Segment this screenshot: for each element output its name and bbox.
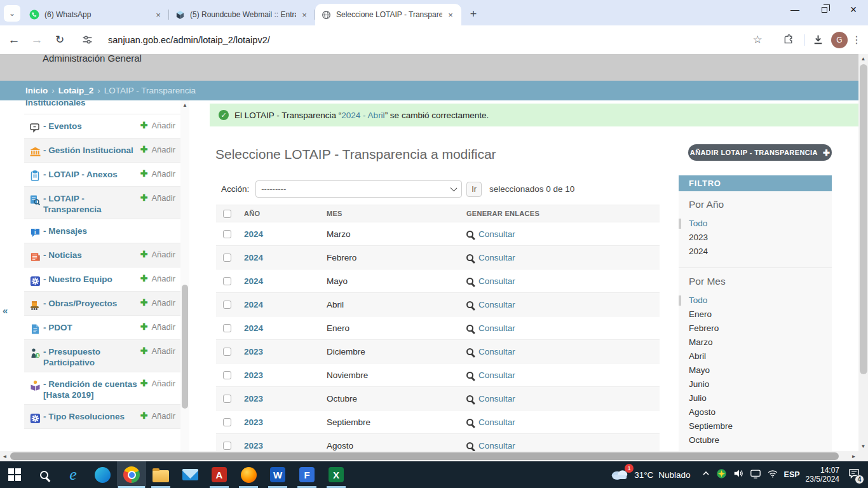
action-select[interactable]: --------- <box>255 180 462 198</box>
consult-link[interactable]: Consultar <box>478 323 515 333</box>
weather-widget[interactable]: 1 31°C Nublado <box>610 467 690 483</box>
reload-button[interactable]: ↻ <box>51 31 69 49</box>
taskbar-mail-button[interactable] <box>175 461 205 488</box>
row-checkbox[interactable] <box>223 348 231 356</box>
consult-link[interactable]: Consultar <box>478 229 515 239</box>
sidebar-scroll-up-icon[interactable]: ▲ <box>180 100 189 109</box>
antivirus-icon[interactable] <box>716 468 727 482</box>
taskbar-file-explorer-button[interactable] <box>146 461 175 488</box>
site-info-icon[interactable] <box>78 30 97 50</box>
tab-close-icon[interactable]: × <box>299 9 310 20</box>
close-button[interactable]: × <box>839 0 868 19</box>
row-checkbox[interactable] <box>223 395 231 403</box>
taskbar-chrome-button[interactable] <box>117 461 146 488</box>
filter-option-2024[interactable]: 2024 <box>689 245 832 259</box>
browser-tab-1[interactable]: (6) WhatsApp× <box>23 4 169 25</box>
add-link-pdot[interactable]: ✚ Añadir <box>140 322 175 332</box>
year-link[interactable]: 2023 <box>244 347 327 356</box>
scroll-right-icon[interactable]: ► <box>849 451 858 461</box>
add-link-eventos[interactable]: ✚ Añadir <box>140 120 175 130</box>
add-link-lotaip-transparencia[interactable]: ✚ Añadir <box>140 193 175 203</box>
new-tab-button[interactable]: + <box>465 6 482 22</box>
consult-link[interactable]: Consultar <box>478 394 515 403</box>
row-checkbox[interactable] <box>223 230 231 238</box>
consult-link[interactable]: Consultar <box>478 347 515 356</box>
minimize-button[interactable]: — <box>780 0 810 19</box>
col-month[interactable]: MES <box>327 210 466 217</box>
tab-close-icon[interactable]: × <box>445 9 456 20</box>
filter-option-agosto[interactable]: Agosto <box>689 405 832 419</box>
taskbar-edge-button[interactable] <box>88 461 117 488</box>
taskbar-firefox-button[interactable] <box>234 461 263 488</box>
filter-option-2023[interactable]: 2023 <box>689 231 832 245</box>
taskbar-f-app-button[interactable]: F <box>292 461 322 488</box>
filter-option-julio[interactable]: Julio <box>689 391 832 405</box>
add-link-obras-proyectos[interactable]: ✚ Añadir <box>140 297 175 308</box>
horizontal-scroll-thumb[interactable] <box>10 452 839 460</box>
sidebar-link-lotaip-transparencia[interactable]: - LOTAIP - Transparencia <box>43 193 139 215</box>
year-link[interactable]: 2024 <box>244 323 327 333</box>
filter-option-septiembre[interactable]: Septiembre <box>689 419 832 433</box>
consult-link[interactable]: Consultar <box>478 300 515 309</box>
filter-option-octubre[interactable]: Octubre <box>689 433 832 447</box>
row-checkbox[interactable] <box>223 442 231 450</box>
go-button[interactable]: Ir <box>466 182 482 197</box>
restore-button[interactable] <box>810 0 839 19</box>
row-checkbox[interactable] <box>223 301 231 309</box>
filter-option-abril[interactable]: Abril <box>689 349 832 363</box>
year-link[interactable]: 2024 <box>244 300 327 309</box>
add-link-noticias[interactable]: ✚ Añadir <box>140 249 175 259</box>
add-link-lotaip-anexos[interactable]: ✚ Añadir <box>140 168 175 179</box>
sidebar-link-noticias[interactable]: - Noticias <box>43 250 139 261</box>
filter-option-todo[interactable]: Todo <box>689 217 832 231</box>
wifi-icon[interactable] <box>767 468 778 482</box>
year-link[interactable]: 2024 <box>244 229 327 239</box>
cast-icon[interactable] <box>750 468 761 482</box>
filter-option-mayo[interactable]: Mayo <box>689 363 832 377</box>
consult-link[interactable]: Consultar <box>478 276 515 286</box>
filter-option-febrero[interactable]: Febrero <box>689 322 832 336</box>
filter-option-marzo[interactable]: Marzo <box>689 336 832 349</box>
forward-button[interactable]: → <box>28 31 46 49</box>
taskbar-internet-explorer-button[interactable]: e <box>58 461 88 488</box>
back-button[interactable]: ← <box>5 31 23 49</box>
tab-close-icon[interactable]: × <box>153 9 164 20</box>
action-center-icon[interactable]: 4 <box>848 467 860 482</box>
filter-option-todo[interactable]: Todo <box>689 294 832 308</box>
sidebar-scrollbar[interactable]: ▲ <box>180 100 189 451</box>
address-bar[interactable]: sanjuan.gob.ec/admin/lotaip_2/lotaipv2/ <box>102 30 748 50</box>
sidebar-link-presupuesto-participativo[interactable]: - Presupuesto Participativo <box>43 346 139 368</box>
breadcrumb-item[interactable]: Lotaip_2 <box>58 86 94 95</box>
taskbar-clock[interactable]: 14:07 23/5/2024 <box>806 466 839 484</box>
alert-object-link[interactable]: 2024 - Abril <box>341 111 384 120</box>
year-link[interactable]: 2023 <box>244 441 327 451</box>
browser-tab-2[interactable]: (5) Roundcube Webmail :: Entra× <box>169 4 315 25</box>
sidebar-link-mensajes[interactable]: - Mensajes <box>43 226 139 236</box>
url-text[interactable]: sanjuan.gob.ec/admin/lotaip_2/lotaipv2/ <box>108 35 270 45</box>
tab-search-button[interactable]: ⌄ <box>4 5 20 22</box>
taskbar-search-button[interactable] <box>29 461 58 488</box>
consult-link[interactable]: Consultar <box>478 441 515 451</box>
sidebar-scroll-thumb[interactable] <box>182 285 188 409</box>
add-link-tipo-resoluciones[interactable]: ✚ Añadir <box>140 410 175 421</box>
consult-link[interactable]: Consultar <box>478 253 515 262</box>
col-year[interactable]: AÑO <box>244 210 327 217</box>
volume-icon[interactable] <box>733 468 744 482</box>
sidebar-item-partial[interactable]: Institucionales <box>24 100 180 114</box>
taskbar-acrobat-button[interactable]: A <box>205 461 234 488</box>
profile-avatar[interactable]: G <box>831 32 848 48</box>
vertical-scroll-thumb[interactable] <box>860 64 867 374</box>
year-link[interactable]: 2024 <box>244 253 327 262</box>
taskbar-excel-button[interactable]: X <box>322 461 351 488</box>
add-link-gesti-n-institucional[interactable]: ✚ Añadir <box>140 144 175 154</box>
scroll-down-icon[interactable]: ▼ <box>858 442 868 451</box>
add-link-rendici-n-de-cuentas-hasta-2019[interactable]: ✚ Añadir <box>140 378 175 388</box>
add-lotaip-button[interactable]: AÑADIR LOTAIP - TRANSPARENCIA✚ <box>688 144 832 161</box>
scroll-left-icon[interactable]: ◄ <box>0 451 10 461</box>
sidebar-collapse-button[interactable]: « <box>3 305 8 316</box>
sidebar-link-tipo-resoluciones[interactable]: - Tipo Resoluciones <box>43 411 139 422</box>
year-link[interactable]: 2023 <box>244 394 327 403</box>
sidebar-link-gesti-n-institucional[interactable]: - Gestión Institucional <box>43 145 139 156</box>
sidebar-link-eventos[interactable]: - Eventos <box>43 121 139 132</box>
scroll-up-icon[interactable]: ▲ <box>858 54 868 64</box>
